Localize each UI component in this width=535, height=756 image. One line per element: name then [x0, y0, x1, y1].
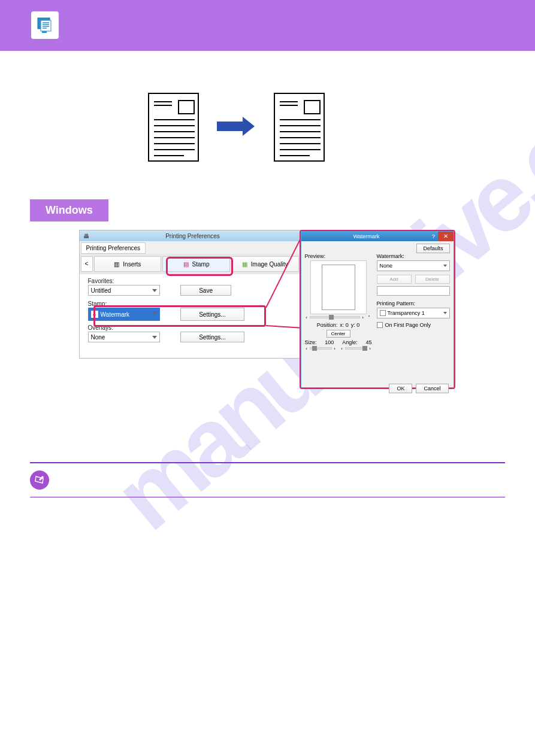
window-titlebar: 🖶 Printing Preferences — [80, 230, 300, 241]
note-icon — [30, 470, 49, 490]
center-button[interactable]: Center — [327, 330, 350, 338]
favorites-dropdown[interactable]: Untitled — [88, 285, 160, 296]
size-label: Size: — [305, 339, 317, 345]
preferences-window: 🖶 Printing Preferences Printing Preferen… — [79, 230, 301, 359]
favorites-label: Favorites: — [88, 278, 292, 284]
toolbar-inserts-button[interactable]: ▥ Inserts — [94, 256, 162, 272]
pattern-dropdown[interactable]: Transparency 1 — [377, 308, 450, 318]
stamp-dropdown[interactable]: A Watermark — [88, 308, 160, 321]
cancel-button[interactable]: Cancel — [416, 384, 448, 393]
help-icon[interactable]: ? — [430, 233, 438, 239]
watermark-dropdown-label: Watermark: — [377, 253, 450, 259]
h-scroll[interactable]: ‹›˄ — [305, 314, 372, 320]
watermark-name-input[interactable] — [377, 286, 450, 296]
pattern-label: Printing Pattern: — [377, 300, 450, 306]
os-tag: Windows — [30, 199, 108, 221]
angle-label: Angle: — [342, 339, 358, 345]
close-icon[interactable]: ✕ — [438, 232, 454, 241]
angle-value: 45 — [365, 339, 371, 345]
toolbar-stamp-button[interactable]: ▤ Stamp — [162, 256, 230, 272]
svg-rect-6 — [42, 31, 47, 33]
stamp-icon: ▤ — [183, 261, 189, 268]
position-label: Position: — [317, 322, 338, 328]
save-button[interactable]: Save — [180, 285, 231, 296]
overlays-settings-button[interactable]: Settings... — [180, 332, 244, 342]
pos-y: y: 0 — [351, 322, 360, 328]
dialog-titlebar: Watermark ? ✕ — [301, 232, 454, 241]
preview-page — [322, 265, 355, 310]
overlays-dropdown[interactable]: None — [88, 332, 160, 342]
watermark-dialog: Watermark ? ✕ Defaults Preview: ‹›˄ Posi… — [301, 231, 454, 388]
window-tabs: Printing Preferences — [80, 241, 300, 254]
dialog-title: Watermark — [304, 233, 430, 239]
pos-x: x: 0 — [340, 322, 349, 328]
ok-button[interactable]: OK — [389, 384, 412, 393]
header-icon — [30, 10, 60, 40]
toolbar-nav-prev[interactable]: < — [81, 256, 93, 272]
add-button[interactable]: Add — [377, 275, 412, 284]
header-band — [0, 0, 535, 51]
svg-rect-1 — [41, 20, 51, 31]
preview-label: Preview: — [305, 253, 372, 259]
imagequality-icon: ▦ — [242, 261, 247, 268]
toolbar-inserts-label: Inserts — [123, 261, 141, 268]
toolbar-stamp-label: Stamp — [192, 261, 210, 268]
toolbar-imagequality-button[interactable]: ▦ Image Quality — [231, 256, 299, 272]
diagram-source-page — [148, 93, 199, 162]
toolbar-imagequality-label: Image Quality — [251, 261, 288, 268]
watermark-mini-icon: A — [91, 311, 98, 318]
pattern-icon — [380, 310, 386, 316]
preview-panel — [310, 260, 367, 314]
section-divider-bottom — [30, 497, 505, 497]
size-slider[interactable]: ‹› — [305, 345, 337, 351]
section-divider-top — [30, 462, 505, 463]
first-page-label: On First Page Only — [385, 322, 431, 328]
stamp-label: Stamp: — [88, 300, 292, 307]
arrow-head-icon — [243, 117, 255, 136]
overlays-label: Overlays: — [88, 324, 292, 331]
printer-icon: 🖶 — [83, 233, 89, 239]
transform-diagram — [88, 93, 448, 171]
arrow-icon — [217, 122, 244, 131]
stamp-settings-button[interactable]: Settings... — [180, 308, 244, 321]
window-title: Printing Preferences — [89, 233, 297, 239]
angle-slider[interactable]: ‹› — [340, 345, 372, 351]
diagram-result-page — [274, 93, 325, 162]
screenshot: 🖶 Printing Preferences Printing Preferen… — [79, 230, 457, 390]
tab-printing-preferences[interactable]: Printing Preferences — [81, 242, 146, 254]
inserts-icon: ▥ — [114, 261, 119, 268]
first-page-checkbox[interactable] — [377, 322, 383, 328]
category-toolbar: < ▥ Inserts ▤ Stamp ▦ Image Quality — [80, 254, 300, 274]
delete-button[interactable]: Delete — [415, 275, 450, 284]
defaults-button[interactable]: Defaults — [416, 244, 449, 253]
note-row — [30, 470, 505, 490]
watermark-dropdown[interactable]: None — [377, 260, 450, 271]
size-value: 100 — [325, 339, 334, 345]
